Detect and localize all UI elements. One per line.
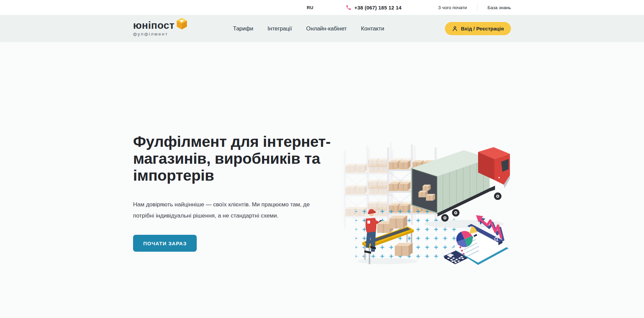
nav-item-integrations[interactable]: Інтеграції	[267, 25, 292, 32]
phone-link[interactable]: +38 (067) 185 12 14	[346, 5, 402, 10]
header: юніпост фулфілмент Тарифи Інтеграції Онл…	[0, 15, 644, 42]
logo-text: юніпост	[133, 20, 174, 30]
logo-tagline: фулфілмент	[133, 31, 174, 37]
topbar: RU +38 (067) 185 12 14 З чого почати Баз…	[0, 0, 644, 15]
topbar-links: З чого почати База знань	[438, 4, 511, 11]
phone-icon	[346, 5, 351, 10]
login-button-label: Вхід / Реєстрація	[461, 26, 504, 31]
language-toggle[interactable]: RU	[307, 5, 314, 10]
logo[interactable]: юніпост фулфілмент	[133, 20, 187, 37]
topbar-link-getting-started[interactable]: З чого почати	[438, 5, 467, 10]
logo-cube-icon	[176, 18, 187, 30]
nav-item-contacts[interactable]: Контакти	[361, 25, 384, 32]
hero-description: Нам довіряють найцінніше — своїх клієнті…	[133, 199, 363, 221]
nav-item-online-cabinet[interactable]: Онлайн-кабінет	[306, 25, 347, 32]
nav-item-tariffs[interactable]: Тарифи	[233, 25, 253, 32]
page-title: Фулфілмент для інтернет- магазинів, виро…	[133, 133, 363, 184]
phone-number: +38 (067) 185 12 14	[355, 5, 402, 10]
topbar-link-knowledge-base[interactable]: База знань	[488, 5, 511, 10]
cta-start-button[interactable]: ПОЧАТИ ЗАРАЗ	[133, 235, 197, 252]
main-nav: Тарифи Інтеграції Онлайн-кабінет Контакт…	[233, 25, 384, 32]
topbar-divider	[477, 4, 477, 11]
login-button[interactable]: Вхід / Реєстрація	[445, 22, 511, 35]
user-icon	[452, 26, 458, 31]
hero-illustration	[342, 135, 511, 271]
hero-section: Фулфілмент для інтернет- магазинів, виро…	[0, 42, 644, 318]
